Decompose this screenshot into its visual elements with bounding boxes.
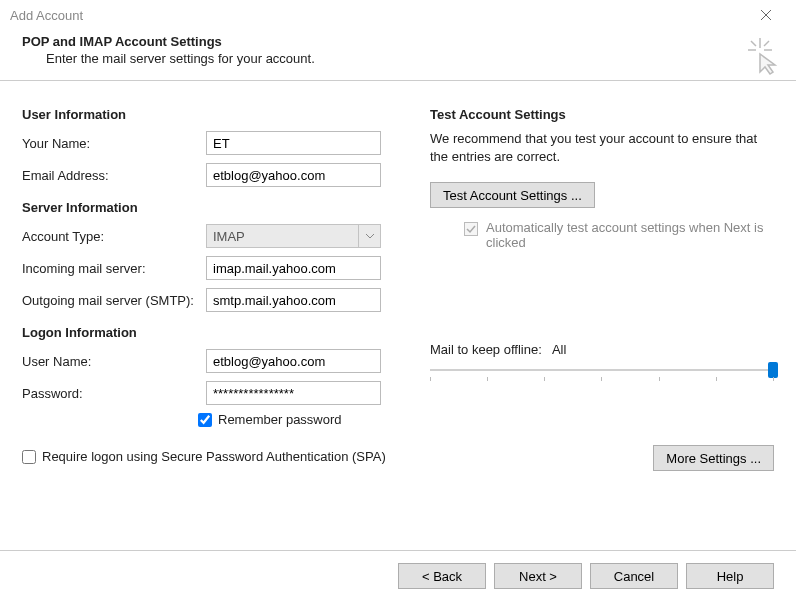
next-button[interactable]: Next > (494, 563, 582, 589)
header-title: POP and IMAP Account Settings (22, 34, 774, 49)
account-type-value: IMAP (213, 229, 245, 244)
content-area: User Information Your Name: Email Addres… (0, 81, 796, 550)
auto-test-checkbox[interactable] (464, 222, 478, 236)
mail-offline-slider[interactable] (430, 363, 774, 385)
cursor-star-icon (742, 36, 782, 79)
logon-info-heading: Logon Information (22, 325, 402, 340)
remember-password-checkbox[interactable] (198, 413, 212, 427)
titlebar: Add Account (0, 0, 796, 30)
test-settings-text: We recommend that you test your account … (430, 130, 774, 166)
left-column: User Information Your Name: Email Addres… (22, 103, 402, 550)
footer: < Back Next > Cancel Help (0, 550, 796, 609)
incoming-server-input[interactable] (206, 256, 381, 280)
add-account-dialog: Add Account POP and IMAP Account Setting… (0, 0, 796, 609)
svg-line-6 (764, 41, 769, 46)
close-icon (760, 9, 772, 21)
remember-password-label: Remember password (218, 412, 342, 427)
email-address-label: Email Address: (22, 168, 206, 183)
help-button[interactable]: Help (686, 563, 774, 589)
remember-password-row[interactable]: Remember password (198, 412, 402, 427)
outgoing-server-input[interactable] (206, 288, 381, 312)
header: POP and IMAP Account Settings Enter the … (0, 30, 796, 80)
user-name-label: User Name: (22, 354, 206, 369)
server-info-heading: Server Information (22, 200, 402, 215)
outgoing-server-label: Outgoing mail server (SMTP): (22, 293, 206, 308)
email-address-input[interactable] (206, 163, 381, 187)
require-spa-label: Require logon using Secure Password Auth… (42, 449, 386, 464)
require-spa-checkbox[interactable] (22, 450, 36, 464)
header-subtitle: Enter the mail server settings for your … (22, 51, 774, 66)
require-spa-row[interactable]: Require logon using Secure Password Auth… (22, 449, 402, 464)
more-settings-button[interactable]: More Settings ... (653, 445, 774, 471)
auto-test-label: Automatically test account settings when… (486, 220, 774, 250)
test-settings-heading: Test Account Settings (430, 107, 774, 122)
password-label: Password: (22, 386, 206, 401)
check-icon (466, 224, 476, 234)
incoming-server-label: Incoming mail server: (22, 261, 206, 276)
user-name-input[interactable] (206, 349, 381, 373)
your-name-input[interactable] (206, 131, 381, 155)
password-input[interactable] (206, 381, 381, 405)
auto-test-row: Automatically test account settings when… (464, 220, 774, 250)
mail-offline-value: All (552, 342, 566, 357)
account-type-select[interactable]: IMAP (206, 224, 381, 248)
back-button[interactable]: < Back (398, 563, 486, 589)
account-type-label: Account Type: (22, 229, 206, 244)
cancel-button[interactable]: Cancel (590, 563, 678, 589)
right-column: Test Account Settings We recommend that … (430, 103, 774, 550)
chevron-down-icon (358, 225, 380, 247)
close-button[interactable] (746, 0, 786, 30)
your-name-label: Your Name: (22, 136, 206, 151)
slider-thumb[interactable] (768, 362, 778, 378)
window-title: Add Account (10, 8, 83, 23)
test-account-settings-button[interactable]: Test Account Settings ... (430, 182, 595, 208)
user-info-heading: User Information (22, 107, 402, 122)
slider-track-line (430, 369, 774, 371)
mail-offline-label: Mail to keep offline: All (430, 342, 774, 357)
svg-line-5 (751, 41, 756, 46)
slider-ticks (430, 377, 774, 383)
